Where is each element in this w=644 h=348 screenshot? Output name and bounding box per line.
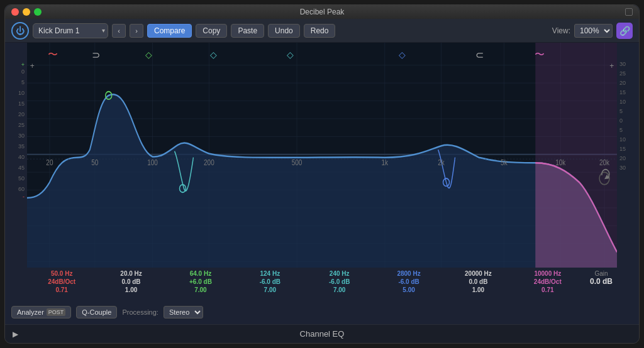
maximize-dot[interactable] bbox=[34, 8, 42, 16]
link-button[interactable]: 🔗 bbox=[616, 23, 633, 39]
band1-handle[interactable]: 〜 bbox=[48, 48, 58, 62]
band1-q: 0.71 bbox=[55, 286, 67, 293]
band5-freq: 240 Hz bbox=[330, 270, 350, 277]
gain-value: 0.0 dB bbox=[590, 277, 613, 286]
left-db-labels: + 0 5 10 15 20 25 30 35 40 45 50 60 - bbox=[5, 43, 27, 268]
svg-text:500: 500 bbox=[292, 158, 303, 166]
compare-button[interactable]: Compare bbox=[147, 24, 192, 38]
band1-params: 50.0 Hz 24dB/Oct 0.71 bbox=[27, 270, 96, 293]
gain-display: Gain 0.0 dB bbox=[586, 270, 617, 286]
window-controls bbox=[11, 8, 42, 16]
close-dot[interactable] bbox=[11, 8, 19, 16]
band6-handle[interactable]: ◇ bbox=[399, 50, 406, 60]
play-button[interactable]: ▶ bbox=[13, 330, 18, 339]
link-icon: 🔗 bbox=[619, 26, 630, 36]
paste-button[interactable]: Paste bbox=[231, 24, 264, 38]
svg-text:50: 50 bbox=[91, 158, 98, 166]
band5-gain: -6.0 dB bbox=[329, 278, 350, 285]
band3-gain: +6.0 dB bbox=[189, 278, 212, 285]
band8-freq: 10000 Hz bbox=[534, 270, 561, 277]
band2-gain: 0.0 dB bbox=[122, 278, 141, 285]
preset-select[interactable]: Kick Drum 1 bbox=[33, 23, 108, 38]
prev-icon: ‹ bbox=[118, 27, 120, 35]
processing-select[interactable]: Stereo Left Right Mid Side bbox=[164, 306, 203, 318]
band8-q: 0.71 bbox=[541, 286, 553, 293]
band8-gain: 24dB/Oct bbox=[534, 278, 562, 285]
band1-freq: 50.0 Hz bbox=[51, 270, 72, 277]
band3-q: 7.00 bbox=[194, 286, 206, 293]
band1-gain: 24dB/Oct bbox=[48, 278, 75, 285]
band7-q: 1.00 bbox=[472, 286, 484, 293]
band6-q: 5.00 bbox=[402, 286, 414, 293]
window-title: Decibel Peak bbox=[300, 8, 345, 16]
band2-freq: 20.0 Hz bbox=[120, 270, 142, 277]
band2-params: 20.0 Hz 0.0 dB 1.00 bbox=[96, 270, 165, 293]
footer-bar: ▶ Channel EQ bbox=[5, 324, 639, 343]
power-button[interactable]: ⏻ bbox=[11, 22, 29, 40]
power-icon: ⏻ bbox=[16, 26, 25, 35]
minimize-dot[interactable] bbox=[23, 8, 30, 16]
band7-params: 20000 Hz 0.0 dB 1.00 bbox=[443, 270, 513, 293]
band8-handle[interactable]: 〜 bbox=[535, 48, 545, 62]
svg-text:2k: 2k bbox=[438, 158, 445, 166]
band5-params: 240 Hz -6.0 dB 7.00 bbox=[305, 270, 374, 293]
view-select[interactable]: 100% bbox=[574, 24, 613, 38]
view-label: View: bbox=[552, 26, 570, 35]
band5-handle[interactable]: ◇ bbox=[287, 50, 294, 60]
analyzer-button[interactable]: Analyzer POST bbox=[11, 306, 71, 318]
eq-canvas: 〜 ⊃ ◇ ◇ ◇ ◇ ⊂ 〜 + + bbox=[27, 43, 617, 268]
footer-title: Channel EQ bbox=[300, 329, 345, 339]
gain-label: Gain bbox=[594, 270, 608, 277]
svg-text:10k: 10k bbox=[555, 158, 565, 166]
band3-handle[interactable]: ◇ bbox=[145, 50, 152, 60]
plugin-window: Decibel Peak ⏻ Kick Drum 1 ▾ ‹ › Compare… bbox=[4, 4, 640, 344]
bottom-controls: Analyzer POST Q-Couple Processing: Stere… bbox=[5, 302, 639, 322]
band3-freq: 64.0 Hz bbox=[190, 270, 211, 277]
band4-handle[interactable]: ◇ bbox=[210, 50, 217, 60]
band3-params: 64.0 Hz +6.0 dB 7.00 bbox=[166, 270, 235, 293]
preset-wrapper: Kick Drum 1 ▾ bbox=[33, 23, 108, 38]
svg-text:20k: 20k bbox=[599, 158, 609, 166]
band6-params: 2800 Hz -6.0 dB 5.00 bbox=[374, 270, 443, 293]
add-band-left[interactable]: + bbox=[30, 62, 35, 70]
band4-q: 7.00 bbox=[264, 286, 276, 293]
next-button[interactable]: › bbox=[130, 24, 143, 38]
analyzer-label: Analyzer bbox=[17, 308, 44, 316]
eq-curve-svg: 20 50 100 200 500 1k 2k 5k 10k 20k bbox=[27, 43, 617, 268]
band4-params: 124 Hz -6.0 dB 7.00 bbox=[235, 270, 304, 293]
next-icon: › bbox=[135, 27, 138, 35]
add-band-right[interactable]: + bbox=[609, 62, 614, 70]
post-badge: POST bbox=[47, 308, 66, 316]
band7-gain: 0.0 dB bbox=[469, 278, 487, 285]
band5-q: 7.00 bbox=[333, 286, 345, 293]
band2-q: 1.00 bbox=[125, 286, 137, 293]
resize-handle[interactable] bbox=[625, 8, 633, 16]
title-bar: Decibel Peak bbox=[5, 5, 639, 19]
band8-params: 10000 Hz 24dB/Oct 0.71 bbox=[513, 270, 582, 293]
band7-freq: 20000 Hz bbox=[465, 270, 492, 277]
svg-text:20: 20 bbox=[46, 158, 53, 166]
band2-handle[interactable]: ⊃ bbox=[92, 49, 100, 61]
band6-freq: 2800 Hz bbox=[397, 270, 420, 277]
q-couple-button[interactable]: Q-Couple bbox=[76, 306, 117, 318]
bottom-section: 50.0 Hz 24dB/Oct 0.71 20.0 Hz 0.0 dB 1.0… bbox=[5, 268, 639, 324]
redo-button[interactable]: Redo bbox=[304, 24, 336, 38]
band7-handle[interactable]: ⊂ bbox=[475, 49, 484, 61]
copy-button[interactable]: Copy bbox=[196, 24, 227, 38]
svg-text:1k: 1k bbox=[382, 158, 389, 166]
undo-button[interactable]: Undo bbox=[268, 24, 300, 38]
toolbar: ⏻ Kick Drum 1 ▾ ‹ › Compare Copy Paste U… bbox=[5, 19, 639, 43]
prev-button[interactable]: ‹ bbox=[112, 24, 126, 38]
band-params: 50.0 Hz 24dB/Oct 0.71 20.0 Hz 0.0 dB 1.0… bbox=[5, 268, 639, 302]
band4-gain: -6.0 dB bbox=[260, 278, 280, 285]
band4-freq: 124 Hz bbox=[260, 270, 280, 277]
svg-text:100: 100 bbox=[147, 158, 158, 166]
eq-area: + 0 5 10 15 20 25 30 35 40 45 50 60 - 〜 … bbox=[5, 43, 639, 268]
processing-label: Processing: bbox=[122, 308, 158, 316]
band6-gain: -6.0 dB bbox=[398, 278, 419, 285]
svg-text:200: 200 bbox=[204, 158, 214, 166]
svg-text:5k: 5k bbox=[501, 158, 508, 166]
right-db-labels: 30 25 20 15 10 5 0 5 10 15 20 30 bbox=[617, 43, 639, 268]
